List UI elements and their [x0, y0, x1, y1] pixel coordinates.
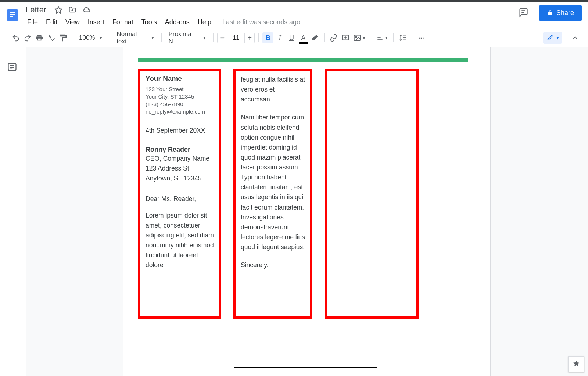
page: Your Name 123 Your Street Your City, ST …: [123, 47, 491, 376]
svg-marker-4: [55, 7, 62, 13]
recipient-street[interactable]: 123 Address St: [146, 164, 215, 173]
move-to-folder-icon[interactable]: [68, 6, 76, 14]
font-size-value[interactable]: 11: [227, 33, 244, 43]
collapse-toolbar-icon[interactable]: [570, 32, 581, 43]
font-family-select[interactable]: Proxima N...▼: [165, 31, 209, 45]
svg-rect-2: [10, 14, 15, 15]
sender-email[interactable]: no_reply@example.com: [146, 108, 215, 115]
sender-city[interactable]: Your City, ST 12345: [146, 93, 215, 100]
menu-edit[interactable]: Edit: [42, 17, 61, 28]
body-paragraph-b[interactable]: feugiat nulla facilisis at vero eros et …: [241, 75, 306, 104]
redo-icon[interactable]: [22, 32, 33, 43]
paragraph-style-select[interactable]: Normal text▼: [114, 31, 158, 45]
open-comments-icon[interactable]: [517, 6, 530, 19]
zoom-select[interactable]: 100%▼: [76, 34, 106, 42]
font-size-decrease[interactable]: −: [217, 33, 227, 43]
menu-tools[interactable]: Tools: [138, 17, 161, 28]
sender-name[interactable]: Your Name: [146, 75, 215, 83]
explore-button[interactable]: [568, 356, 584, 372]
svg-rect-1: [10, 12, 15, 13]
star-icon[interactable]: [54, 6, 62, 14]
more-toolbar-icon[interactable]: ⋯: [416, 32, 427, 43]
undo-icon[interactable]: [10, 32, 21, 43]
workspace: Your Name 123 Your Street Your City, ST …: [0, 47, 588, 376]
menu-help[interactable]: Help: [194, 17, 215, 28]
letter-date[interactable]: 4th September 20XX: [146, 126, 215, 136]
recipient-city[interactable]: Anytown, ST 12345: [146, 173, 215, 183]
spellcheck-icon[interactable]: [46, 32, 57, 43]
column-2: feugiat nulla facilisis at vero eros et …: [233, 69, 312, 319]
font-size-increase[interactable]: +: [244, 33, 255, 43]
closing[interactable]: Sincerely,: [241, 260, 306, 270]
menu-bar: File Edit View Insert Format Tools Add-o…: [24, 17, 300, 28]
share-button-label: Share: [556, 9, 574, 17]
underline-button[interactable]: U: [286, 32, 297, 43]
document-title[interactable]: Letter: [24, 5, 49, 15]
sender-street[interactable]: 123 Your Street: [146, 86, 215, 93]
bold-button[interactable]: B: [262, 32, 273, 43]
insert-link-icon[interactable]: [328, 32, 339, 43]
menu-format[interactable]: Format: [109, 17, 137, 28]
column-3: [325, 69, 419, 319]
recipient-name[interactable]: Ronny Reader: [146, 146, 215, 154]
line-spacing-icon[interactable]: [397, 32, 408, 43]
body-paragraph-c[interactable]: Nam liber tempor cum soluta nobis eleife…: [241, 112, 306, 252]
document-canvas[interactable]: Your Name 123 Your Street Your City, ST …: [26, 47, 588, 376]
page-break-indicator: [234, 367, 377, 368]
body-paragraph-a[interactable]: Lorem ipsum dolor sit amet, consectetuer…: [146, 211, 215, 271]
menu-addons[interactable]: Add-ons: [161, 17, 193, 28]
left-sidebar: [0, 47, 26, 376]
recipient-title[interactable]: CEO, Company Name: [146, 154, 215, 164]
last-edit-link[interactable]: Last edit was seconds ago: [222, 18, 300, 26]
docs-logo-icon[interactable]: [4, 6, 21, 24]
align-button[interactable]: ▼: [375, 32, 390, 43]
menu-insert[interactable]: Insert: [84, 17, 108, 28]
menu-view[interactable]: View: [62, 17, 83, 28]
paint-format-icon[interactable]: [57, 32, 68, 43]
print-icon[interactable]: [34, 32, 45, 43]
svg-rect-3: [10, 16, 13, 17]
outline-toggle-icon[interactable]: [7, 62, 19, 74]
header-accent-bar: [138, 58, 468, 62]
insert-image-icon[interactable]: ▼: [352, 32, 367, 43]
salutation[interactable]: Dear Ms. Reader,: [146, 194, 215, 204]
app-header: Letter File Edit View Insert Format Tool…: [0, 2, 588, 29]
cloud-status-icon[interactable]: [82, 6, 90, 14]
menu-file[interactable]: File: [24, 17, 42, 28]
sender-phone[interactable]: (123) 456-7890: [146, 101, 215, 108]
editing-mode-button[interactable]: ▼: [543, 32, 562, 44]
text-color-button[interactable]: A: [298, 32, 309, 43]
italic-button[interactable]: I: [274, 32, 285, 43]
column-1: Your Name 123 Your Street Your City, ST …: [138, 69, 221, 319]
toolbar: 100%▼ Normal text▼ Proxima N...▼ − 11 + …: [0, 29, 588, 47]
highlight-color-button[interactable]: [309, 32, 320, 43]
font-size-control: − 11 +: [217, 33, 255, 43]
svg-point-11: [356, 36, 357, 38]
add-comment-icon[interactable]: [340, 32, 351, 43]
share-button[interactable]: Share: [539, 5, 582, 21]
